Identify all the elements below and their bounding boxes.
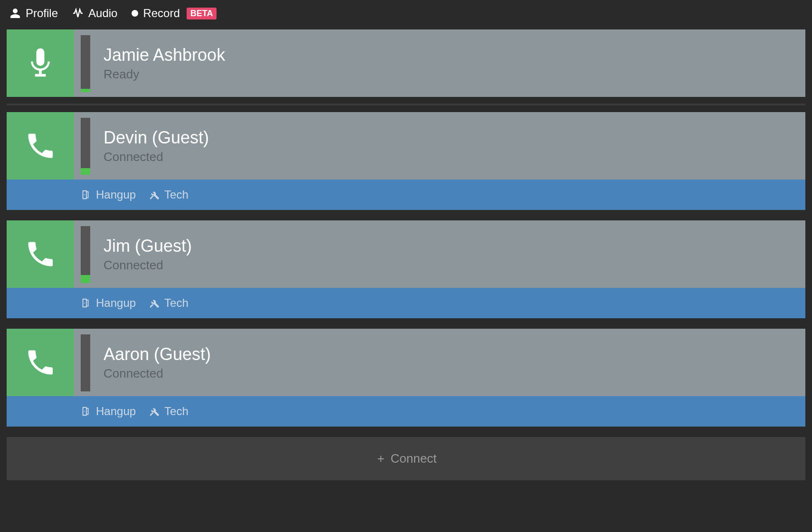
profile-label: Profile <box>26 7 58 20</box>
guest-info: Aaron (Guest) Connected <box>90 329 224 396</box>
record-label: Record <box>143 7 179 20</box>
tech-button[interactable]: Tech <box>149 405 189 418</box>
hangup-label: Hangup <box>96 296 136 310</box>
host-status: Ready <box>104 67 225 82</box>
guest-name: Aaron (Guest) <box>104 344 211 364</box>
divider <box>7 104 805 105</box>
guest-status: Connected <box>104 258 192 273</box>
host-name: Jamie Ashbrook <box>104 45 225 65</box>
hangup-button[interactable]: Hangup <box>81 405 136 418</box>
guest-info: Devin (Guest) Connected <box>90 112 222 180</box>
tools-icon <box>149 190 160 200</box>
guest-icon-box[interactable] <box>7 112 74 180</box>
tools-icon <box>149 298 160 308</box>
hangup-button[interactable]: Hangup <box>81 296 136 310</box>
microphone-icon <box>24 47 57 79</box>
guest-row: Jim (Guest) Connected <box>7 220 805 288</box>
phone-icon <box>24 130 57 162</box>
guest-row: Aaron (Guest) Connected <box>7 329 805 396</box>
guest-action-bar: Hangup Tech <box>7 288 805 318</box>
door-icon <box>81 190 91 200</box>
guest-info: Jim (Guest) Connected <box>90 220 205 288</box>
plus-icon <box>376 454 386 464</box>
main-container: Jamie Ashbrook Ready Devin (Guest) Conne… <box>0 29 812 480</box>
beta-badge: BETA <box>187 8 217 19</box>
tech-button[interactable]: Tech <box>149 188 189 201</box>
guest-status: Connected <box>104 366 211 381</box>
guest-action-bar: Hangup Tech <box>7 180 805 210</box>
guest-status: Connected <box>104 150 209 164</box>
phone-icon <box>24 346 57 379</box>
host-row: Jamie Ashbrook Ready <box>7 29 805 97</box>
connect-button[interactable]: Connect <box>7 437 805 480</box>
guest-meter <box>81 118 90 175</box>
guests-list: Devin (Guest) Connected Hangup Tech <box>7 112 805 427</box>
door-icon <box>81 406 91 417</box>
guest-row: Devin (Guest) Connected <box>7 112 805 180</box>
guest-meter-fill <box>81 275 90 283</box>
connect-label: Connect <box>391 451 437 466</box>
profile-tab[interactable]: Profile <box>9 7 58 20</box>
guest-meter <box>81 226 90 283</box>
hangup-label: Hangup <box>96 405 136 418</box>
tech-label: Tech <box>164 188 189 201</box>
tech-label: Tech <box>164 296 189 310</box>
phone-icon <box>24 238 57 270</box>
user-icon <box>9 8 21 19</box>
audio-tab[interactable]: Audio <box>72 7 117 20</box>
record-tab[interactable]: Record BETA <box>132 7 217 20</box>
guest-block: Aaron (Guest) Connected Hangup Tech <box>7 329 805 427</box>
guest-icon-box[interactable] <box>7 329 74 396</box>
hangup-button[interactable]: Hangup <box>81 188 136 201</box>
record-dot-icon <box>132 10 138 17</box>
guest-block: Devin (Guest) Connected Hangup Tech <box>7 112 805 210</box>
host-block: Jamie Ashbrook Ready <box>7 29 805 97</box>
guest-name: Devin (Guest) <box>104 128 209 148</box>
guest-name: Jim (Guest) <box>104 236 192 256</box>
guest-action-bar: Hangup Tech <box>7 396 805 427</box>
tech-label: Tech <box>164 405 189 418</box>
door-icon <box>81 298 91 308</box>
host-icon-box[interactable] <box>7 29 74 97</box>
host-info: Jamie Ashbrook Ready <box>90 29 238 97</box>
tech-button[interactable]: Tech <box>149 296 189 310</box>
guest-meter <box>81 334 90 391</box>
guest-meter-fill <box>81 168 90 175</box>
tools-icon <box>149 406 160 417</box>
audio-label: Audio <box>88 7 117 20</box>
guest-icon-box[interactable] <box>7 220 74 288</box>
hangup-label: Hangup <box>96 188 136 201</box>
host-meter <box>81 35 90 92</box>
wave-icon <box>72 8 84 19</box>
host-meter-fill <box>81 89 90 92</box>
topbar: Profile Audio Record BETA <box>0 0 812 29</box>
guest-block: Jim (Guest) Connected Hangup Tech <box>7 220 805 318</box>
